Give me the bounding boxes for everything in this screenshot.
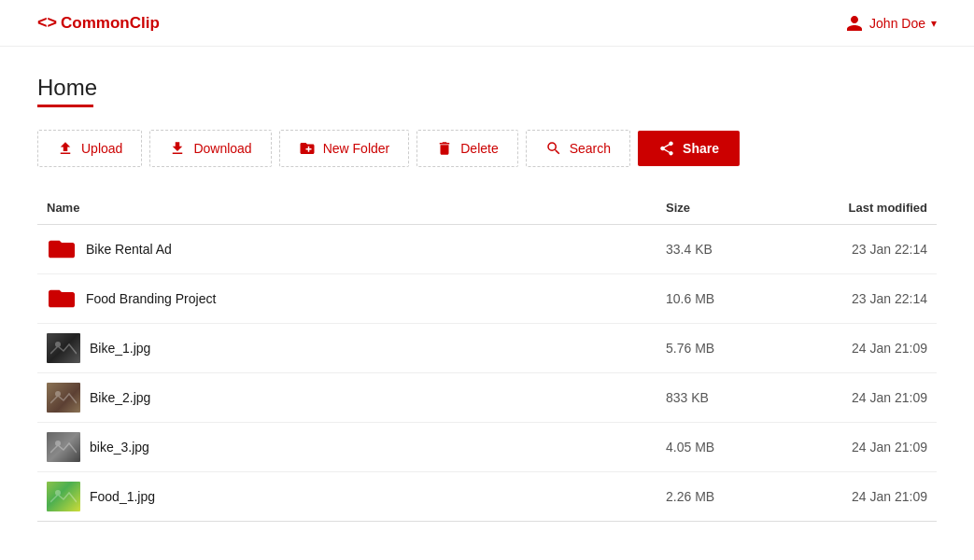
col-header-size: Size bbox=[656, 193, 769, 225]
file-thumbnail bbox=[47, 432, 80, 462]
file-name[interactable]: Food_1.jpg bbox=[90, 489, 155, 504]
file-modified: 24 Jan 21:09 bbox=[769, 373, 937, 423]
search-button[interactable]: Search bbox=[526, 130, 630, 167]
file-size: 833 KB bbox=[656, 373, 769, 423]
upload-button[interactable]: Upload bbox=[37, 130, 142, 167]
delete-icon bbox=[436, 140, 453, 157]
user-name: John Doe bbox=[869, 16, 925, 31]
file-name[interactable]: Food Branding Project bbox=[86, 291, 216, 306]
file-modified: 24 Jan 21:09 bbox=[769, 324, 937, 373]
file-row-name: Food Branding Project bbox=[47, 284, 647, 314]
file-row-name: Bike Rental Ad bbox=[47, 234, 647, 264]
table-row: Bike_1.jpg5.76 MB24 Jan 21:09 bbox=[37, 324, 937, 373]
file-name[interactable]: bike_3.jpg bbox=[90, 440, 149, 455]
user-icon bbox=[845, 14, 864, 33]
file-modified: 24 Jan 21:09 bbox=[769, 423, 937, 472]
file-thumbnail bbox=[47, 333, 80, 363]
file-size: 33.4 KB bbox=[656, 225, 769, 274]
upload-icon bbox=[57, 140, 74, 157]
dropdown-icon: ▾ bbox=[931, 17, 937, 30]
folder-icon bbox=[47, 234, 77, 264]
user-menu[interactable]: John Doe ▾ bbox=[845, 14, 937, 33]
table-row: Food Branding Project10.6 MB23 Jan 22:14 bbox=[37, 274, 937, 324]
table-row: bike_3.jpg4.05 MB24 Jan 21:09 bbox=[37, 423, 937, 472]
download-button[interactable]: Download bbox=[149, 130, 271, 167]
folder-icon bbox=[47, 284, 77, 314]
share-label: Share bbox=[683, 141, 719, 156]
file-row-name: Bike_1.jpg bbox=[47, 333, 647, 363]
file-modified: 23 Jan 22:14 bbox=[769, 225, 937, 274]
file-table: Name Size Last modified Bike Rental Ad33… bbox=[37, 193, 937, 522]
table-row: Bike_2.jpg833 KB24 Jan 21:09 bbox=[37, 373, 937, 423]
logo[interactable]: <> CommonClip bbox=[37, 13, 160, 33]
table-row: Bike Rental Ad33.4 KB23 Jan 22:14 bbox=[37, 225, 937, 274]
col-header-name: Name bbox=[37, 193, 656, 225]
file-row-name: Food_1.jpg bbox=[47, 482, 647, 511]
file-name[interactable]: Bike_2.jpg bbox=[90, 390, 150, 405]
file-row-name: bike_3.jpg bbox=[47, 432, 647, 462]
file-modified: 24 Jan 21:09 bbox=[769, 472, 937, 522]
col-header-modified: Last modified bbox=[769, 193, 937, 225]
file-size: 4.05 MB bbox=[656, 423, 769, 472]
upload-label: Upload bbox=[81, 141, 122, 156]
title-underline bbox=[37, 105, 93, 107]
share-button[interactable]: Share bbox=[638, 131, 740, 166]
search-label: Search bbox=[570, 141, 611, 156]
file-size: 5.76 MB bbox=[656, 324, 769, 373]
delete-label: Delete bbox=[460, 141, 498, 156]
new-folder-label: New Folder bbox=[323, 141, 390, 156]
file-size: 10.6 MB bbox=[656, 274, 769, 324]
table-header-row: Name Size Last modified bbox=[37, 193, 937, 225]
delete-button[interactable]: Delete bbox=[416, 130, 517, 167]
file-row-name: Bike_2.jpg bbox=[47, 383, 647, 413]
logo-text: CommonClip bbox=[61, 14, 160, 33]
table-row: Food_1.jpg2.26 MB24 Jan 21:09 bbox=[37, 472, 937, 522]
toolbar: Upload Download New Folder Delete Search bbox=[37, 130, 937, 167]
download-label: Download bbox=[193, 141, 251, 156]
file-name[interactable]: Bike_1.jpg bbox=[90, 341, 150, 356]
new-folder-button[interactable]: New Folder bbox=[279, 130, 410, 167]
file-thumbnail bbox=[47, 482, 80, 511]
search-icon bbox=[545, 140, 562, 157]
file-size: 2.26 MB bbox=[656, 472, 769, 522]
page-title: Home bbox=[37, 75, 937, 101]
file-name[interactable]: Bike Rental Ad bbox=[86, 242, 172, 257]
header: <> CommonClip John Doe ▾ bbox=[0, 0, 974, 47]
new-folder-icon bbox=[299, 140, 316, 157]
main-content: Home Upload Download New Folder Dele bbox=[0, 47, 974, 550]
file-thumbnail bbox=[47, 383, 80, 413]
share-icon bbox=[658, 140, 675, 157]
file-modified: 23 Jan 22:14 bbox=[769, 274, 937, 324]
download-icon bbox=[169, 140, 186, 157]
logo-icon: <> bbox=[37, 13, 57, 33]
